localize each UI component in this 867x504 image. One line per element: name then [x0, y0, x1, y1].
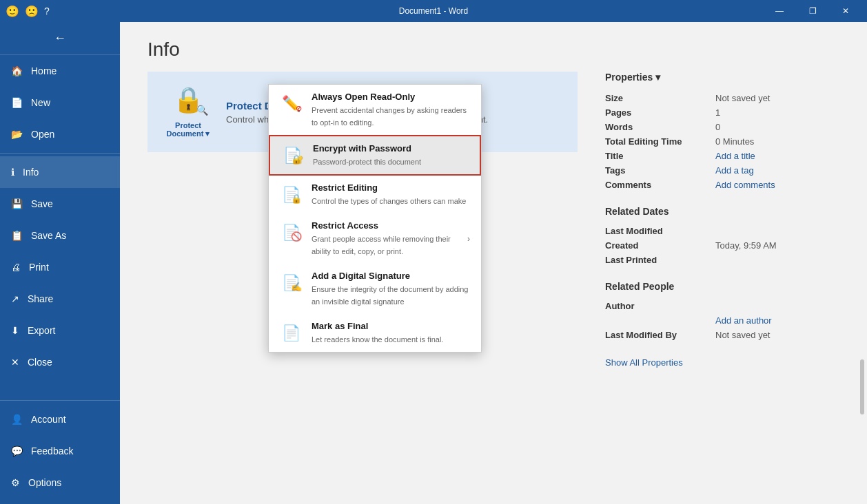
frown-icon[interactable]: 🙁 [25, 5, 39, 18]
minimize-button[interactable]: — [764, 0, 795, 22]
sidebar-item-label-info: Info [23, 167, 39, 178]
back-button[interactable]: ← [0, 22, 120, 55]
prop-label-author: Author [605, 301, 715, 311]
new-icon: 📄 [11, 97, 23, 108]
menu-item-desc-digital-signature: Ensure the integrity of the document by … [312, 285, 468, 306]
menu-item-text-digital-signature: Add a Digital Signature Ensure the integ… [312, 271, 470, 307]
export-icon: ⬇ [11, 325, 19, 336]
app-body: ← 🏠 Home 📄 New 📂 Open ℹ Info 💾 Save [0, 22, 867, 504]
prop-value-tags[interactable]: Add a tag [715, 165, 839, 176]
sidebar-item-label-open: Open [31, 129, 54, 140]
help-icon[interactable]: ? [44, 6, 50, 17]
related-people-table: Author Add an author Last Modified By No… [605, 299, 839, 342]
sidebar-item-label-share: Share [28, 293, 53, 304]
sidebar-item-feedback[interactable]: 💬 Feedback [0, 435, 120, 467]
protect-document-button[interactable]: 🔒 🔍 ProtectDocument ▾ [164, 85, 212, 138]
sidebar-item-open[interactable]: 📂 Open [0, 118, 120, 150]
sidebar-item-options[interactable]: ⚙ Options [0, 467, 120, 498]
sidebar-item-export[interactable]: ⬇ Export [0, 315, 120, 346]
prop-value-title[interactable]: Add a title [715, 151, 839, 161]
sidebar-item-label-feedback: Feedback [31, 445, 73, 456]
prop-label-pages: Pages [605, 107, 715, 118]
titlebar-left-icons: 🙂 🙁 ? [6, 5, 50, 18]
menu-item-label-read-only: Always Open Read-Only [312, 92, 470, 102]
right-panel-scrollbar[interactable] [860, 359, 864, 414]
prop-value-add-author[interactable]: Add an author [715, 315, 839, 326]
sidebar-nav: 🏠 Home 📄 New 📂 Open ℹ Info 💾 Save 📋 [0, 55, 120, 397]
content-area: 🔒 🔍 ProtectDocument ▾ Protect Document C… [120, 72, 867, 504]
menu-item-always-open-read-only[interactable]: ✏️⊘ Always Open Read-Only Prevent accide… [269, 85, 481, 135]
menu-item-desc-encrypt: Password-protect this document [313, 158, 421, 166]
sidebar-item-print[interactable]: 🖨 Print [0, 251, 120, 283]
restrict-access-arrow-icon: › [467, 234, 470, 244]
menu-item-desc-restrict-access: Grant people access while removing their… [312, 235, 451, 255]
info-icon: ℹ [11, 167, 14, 178]
sidebar-item-info[interactable]: ℹ Info [0, 156, 120, 188]
open-icon: 📂 [11, 129, 23, 140]
sidebar: ← 🏠 Home 📄 New 📂 Open ℹ Info 💾 Save [0, 22, 120, 504]
prop-label-created: Created [605, 240, 715, 251]
home-icon: 🏠 [11, 65, 23, 76]
main-content: Info 🔒 🔍 ProtectDocument ▾ Protect Docum… [120, 22, 867, 504]
menu-item-label-mark-as-final: Mark as Final [312, 321, 443, 331]
prop-value-words: 0 [715, 122, 839, 132]
menu-item-mark-as-final[interactable]: 📄 Mark as Final Let readers know the doc… [269, 314, 481, 352]
menu-item-restrict-editing[interactable]: 📄🔒 Restrict Editing Control the types of… [269, 176, 481, 213]
sidebar-item-close[interactable]: ✕ Close [0, 346, 120, 378]
related-people-title: Related People [605, 281, 839, 292]
sidebar-divider [0, 153, 120, 154]
sidebar-item-account[interactable]: 👤 Account [0, 403, 120, 435]
show-all-properties-link[interactable]: Show All Properties [605, 357, 683, 368]
prop-row-size: Size Not saved yet [605, 91, 839, 105]
related-dates-table: Last Modified Created Today, 9:59 AM Las… [605, 224, 839, 267]
menu-item-text-restrict-access: Restrict Access Grant people access whil… [312, 220, 458, 257]
sidebar-item-save-as[interactable]: 📋 Save As [0, 220, 120, 251]
smiley-icon[interactable]: 🙂 [6, 5, 19, 18]
prop-row-last-printed: Last Printed [605, 253, 839, 267]
sidebar-item-new[interactable]: 📄 New [0, 87, 120, 118]
menu-item-desc-mark-as-final: Let readers know the document is final. [312, 335, 443, 344]
sidebar-item-label-account: Account [31, 414, 66, 425]
prop-row-comments: Comments Add comments [605, 178, 839, 192]
menu-item-label-digital-signature: Add a Digital Signature [312, 271, 470, 281]
prop-value-comments[interactable]: Add comments [715, 180, 839, 190]
sidebar-item-home[interactable]: 🏠 Home [0, 55, 120, 87]
prop-row-author: Author [605, 299, 839, 313]
menu-item-label-encrypt: Encrypt with Password [313, 143, 421, 154]
menu-item-restrict-access[interactable]: 📄🚫 Restrict Access Grant people access w… [269, 213, 481, 264]
prop-row-words: Words 0 [605, 120, 839, 134]
prop-label-title: Title [605, 151, 715, 161]
related-dates-title: Related Dates [605, 206, 839, 217]
prop-label-last-modified: Last Modified [605, 226, 715, 236]
sidebar-item-save[interactable]: 💾 Save [0, 188, 120, 220]
maximize-button[interactable]: ❐ [797, 0, 828, 22]
prop-label-size: Size [605, 93, 715, 103]
menu-item-encrypt-with-password[interactable]: 📄🔐 Encrypt with Password Password-protec… [269, 135, 481, 176]
close-button[interactable]: ✕ [830, 0, 861, 22]
prop-row-last-modified: Last Modified [605, 224, 839, 238]
left-panel: 🔒 🔍 ProtectDocument ▾ Protect Document C… [147, 72, 578, 490]
encrypt-icon: 📄🔐 [281, 145, 303, 167]
prop-label-tags: Tags [605, 165, 715, 176]
properties-title: Properties ▾ [605, 72, 660, 83]
titlebar: 🙂 🙁 ? Document1 - Word — ❐ ✕ [0, 0, 867, 22]
sidebar-divider-bottom [0, 400, 120, 401]
close-doc-icon: ✕ [11, 357, 19, 368]
sidebar-item-share[interactable]: ↗ Share [0, 283, 120, 315]
prop-label-last-modified-by: Last Modified By [605, 330, 715, 340]
prop-row-created: Created Today, 9:59 AM [605, 238, 839, 253]
sidebar-item-label-close: Close [28, 357, 52, 368]
prop-row-add-author: Add an author [605, 313, 839, 328]
menu-item-digital-signature[interactable]: 📄✍️ Add a Digital Signature Ensure the i… [269, 264, 481, 314]
prop-label-editing-time: Total Editing Time [605, 136, 715, 147]
right-panel: Properties ▾ Size Not saved yet Pages 1 … [605, 72, 839, 490]
menu-item-label-restrict-access: Restrict Access [312, 220, 458, 231]
prop-label-comments: Comments [605, 180, 715, 190]
prop-row-tags: Tags Add a tag [605, 163, 839, 178]
share-icon: ↗ [11, 293, 19, 304]
prop-row-pages: Pages 1 [605, 105, 839, 120]
read-only-icon: ✏️⊘ [280, 93, 302, 115]
sidebar-item-label-save-as: Save As [31, 230, 66, 241]
sidebar-item-label-home: Home [31, 65, 57, 76]
restrict-editing-icon: 📄🔒 [280, 184, 302, 206]
